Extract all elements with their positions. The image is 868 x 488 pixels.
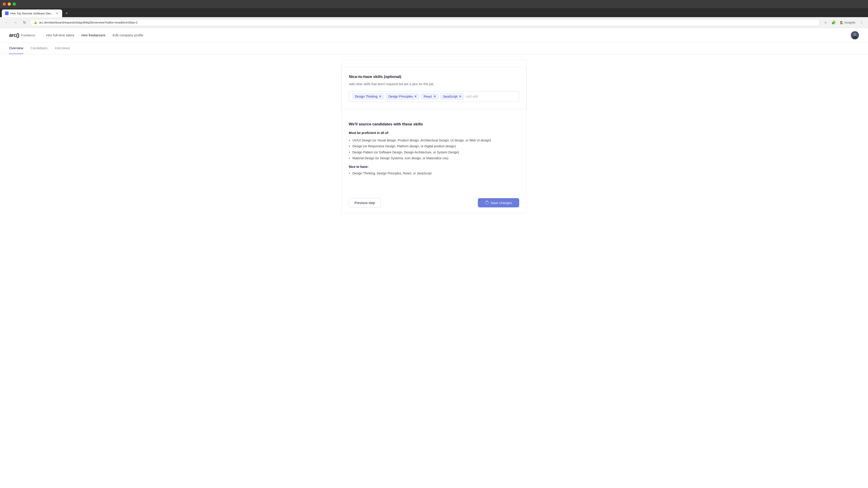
nav-links: Hire full-time talent Hire freelancers E… [46,32,851,38]
section-description: Add other skills that aren't required bu… [349,82,519,87]
extensions-button[interactable]: 🧩 [830,19,837,26]
list-item: Design (or Responsive Design, Platform d… [349,143,519,149]
browser-toolbar: ← → ↻ 🔒 arc.dev/dashboard/requests/kdyp4… [0,17,868,28]
active-tab[interactable]: Hire Top Remote Software Dev... ✕ [2,9,62,17]
list-item: Design Thinking, Design Principles, Reac… [349,170,519,176]
sourcing-summary-section: We'll source candidates with these skill… [342,115,526,187]
titlebar [0,0,868,8]
tabbar: Hire Top Remote Software Dev... ✕ + [0,8,868,17]
save-changes-button[interactable]: Save changes [478,198,519,207]
skill-tag-design-principles: Design Principles ✕ [386,94,419,99]
form-footer: Previous step Save changes [342,193,526,213]
remove-skill-javascript[interactable]: ✕ [459,95,462,98]
skill-tag-label: Design Principles [388,95,413,98]
loading-spinner [485,201,489,204]
nice-to-have-section: Nice-to-have skills (optional) Add other… [342,67,526,109]
tab-overview[interactable]: Overview [9,42,23,54]
tab-favicon [5,11,8,15]
tab-interviews[interactable]: Interviews [55,42,70,54]
logo-badge: Freelance [21,33,35,37]
address-bar[interactable]: 🔒 arc.dev/dashboard/requests/kdyp4k9q28/… [30,19,820,26]
skill-tag-label: React [424,95,432,98]
tab-title: Hire Top Remote Software Dev... [10,12,53,15]
list-item: Design Pattern (or Software Design, Desi… [349,149,519,155]
tab-close-button[interactable]: ✕ [55,11,59,15]
section-title: Nice-to-have skills (optional) [349,74,519,79]
address-lock-icon: 🔒 [34,21,37,24]
minimize-button[interactable] [8,2,11,6]
window-controls [3,2,16,6]
remove-skill-react[interactable]: ✕ [433,95,436,98]
back-button[interactable]: ← [3,19,10,26]
add-skill-placeholder[interactable]: Add skill [466,95,477,98]
nav-link-edit-profile[interactable]: Edit company profile [113,32,143,38]
save-changes-label: Save changes [491,201,512,205]
previous-step-button[interactable]: Previous step [349,198,381,207]
main-container: Nice-to-have skills (optional) Add other… [332,60,536,213]
app-content: arc() Freelance Hire full-time talent Hi… [0,28,868,213]
incognito-label: Incognito [844,21,855,24]
close-button[interactable] [3,2,6,6]
logo-area: arc() Freelance [9,32,35,38]
refresh-button[interactable]: ↻ [21,19,28,26]
app-nav: arc() Freelance Hire full-time talent Hi… [0,28,868,42]
must-skills-list: UX/UI Design (or Visual design, Product … [349,137,519,161]
skills-input-area[interactable]: Design Thinking ✕ Design Principles ✕ Re… [349,91,519,102]
remove-skill-design-thinking[interactable]: ✕ [379,95,381,98]
avatar[interactable] [851,31,859,39]
outer-container: Nice-to-have skills (optional) Add other… [341,60,527,213]
list-item: Material Design (or Design Systems, Icon… [349,155,519,161]
nice-to-have-list: Design Thinking, Design Principles, Reac… [349,170,519,176]
must-section-label: Must be proficient in all of: [349,131,519,135]
nice-to-have-label: Nice to have: [349,165,519,168]
address-text: arc.dev/dashboard/requests/kdyp4k9q28/ov… [39,21,816,24]
tab-candidates[interactable]: Candidates [31,42,48,54]
svg-point-1 [853,33,857,36]
maximize-button[interactable] [13,2,16,6]
page-tabs: Overview Candidates Interviews [0,42,868,54]
skill-tag-label: Design Thinking [355,95,377,98]
incognito-badge: 🕵 Incognito [838,20,857,25]
skill-tag-design-thinking: Design Thinking ✕ [352,94,384,99]
bookmark-button[interactable]: ☆ [822,19,829,26]
new-tab-button[interactable]: + [64,10,70,17]
list-item: UX/UI Design (or Visual design, Product … [349,137,519,143]
skill-tag-react: React ✕ [421,94,438,99]
nav-link-hire-freelancers[interactable]: Hire freelancers [82,32,105,38]
nav-link-hire-fulltime[interactable]: Hire full-time talent [46,32,74,38]
logo-text: arc() [9,32,19,38]
incognito-icon: 🕵 [840,21,843,24]
menu-button[interactable]: ⋮ [858,19,865,26]
remove-skill-design-principles[interactable]: ✕ [414,95,417,98]
browser-chrome: Hire Top Remote Software Dev... ✕ + ← → … [0,0,868,28]
skill-tag-label: JavaScript [443,95,458,98]
forward-button[interactable]: → [12,19,19,26]
skill-tag-javascript: JavaScript ✕ [440,94,464,99]
toolbar-actions: ☆ 🧩 🕵 Incognito ⋮ [822,19,865,26]
summary-title: We'll source candidates with these skill… [349,122,519,127]
